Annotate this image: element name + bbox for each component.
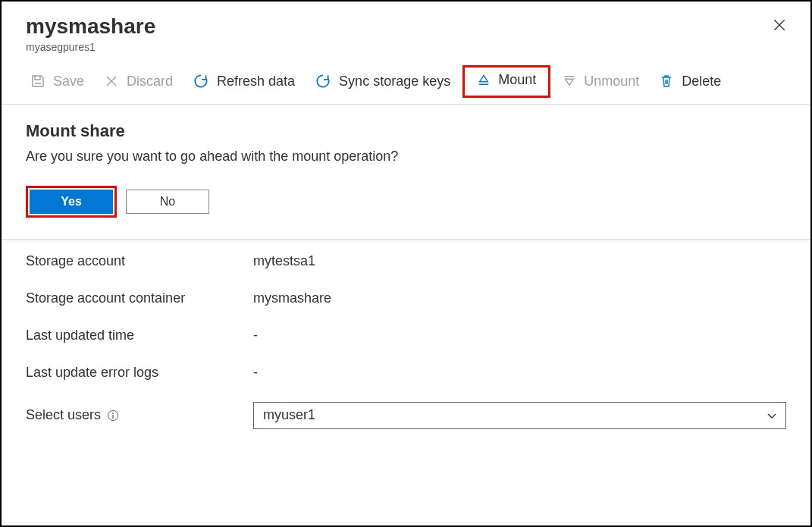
delete-icon [659,74,674,89]
page-subtitle: myasegpures1 [26,41,786,53]
unmount-icon [563,74,576,88]
select-users-value: myuser1 [263,407,315,423]
discard-button[interactable]: Discard [99,71,177,93]
value-last-updated: - [253,328,258,343]
save-label: Save [53,74,84,89]
refresh-icon [193,73,209,89]
panel-header: mysmashare myasegpures1 [2,2,810,56]
mount-label: Mount [498,72,536,88]
label-select-users: Select users [26,407,253,423]
no-button[interactable]: No [126,190,209,214]
label-last-updated: Last updated time [26,328,253,343]
svg-point-1 [112,413,114,414]
delete-button[interactable]: Delete [654,71,726,93]
row-storage-account: Storage account mytestsa1 [26,253,786,269]
yes-highlight: Yes [26,186,117,218]
save-button[interactable]: Save [26,71,89,93]
info-icon[interactable] [107,409,119,422]
discard-label: Discard [127,74,173,89]
sync-button[interactable]: Sync storage keys [310,70,455,93]
chevron-down-icon [766,409,778,422]
value-storage-account: mytestsa1 [253,253,315,269]
label-error-logs: Last update error logs [26,365,253,381]
label-container: Storage account container [26,290,253,306]
mount-icon [477,73,491,86]
command-bar: Save Discard Refresh data Sync storage k… [2,56,810,105]
value-container: mysmashare [253,290,331,306]
yes-button[interactable]: Yes [30,190,113,214]
page-title: mysmashare [26,14,786,39]
row-last-updated: Last updated time - [26,328,786,343]
sync-icon [315,73,331,89]
delete-label: Delete [682,74,721,89]
select-users-dropdown[interactable]: myuser1 [253,402,786,429]
sync-label: Sync storage keys [339,74,450,89]
unmount-button[interactable]: Unmount [558,71,644,93]
page-root: mysmashare myasegpures1 Save Discard Ref… [0,0,812,527]
close-button[interactable] [773,18,786,32]
mount-highlight: Mount [462,65,550,98]
unmount-label: Unmount [584,74,639,89]
refresh-button[interactable]: Refresh data [188,70,299,93]
row-select-users: Select users myuser1 [26,402,786,429]
label-select-users-text: Select users [26,407,101,423]
discard-icon [104,74,119,89]
svg-rect-2 [112,415,113,419]
row-error-logs: Last update error logs - [26,365,786,381]
mount-confirm-panel: Mount share Are you sure you want to go … [2,105,810,240]
confirm-heading: Mount share [26,121,786,141]
row-container: Storage account container mysmashare [26,290,786,306]
confirm-question: Are you sure you want to go ahead with t… [26,149,786,165]
share-details: Storage account mytestsa1 Storage accoun… [2,240,810,429]
save-icon [30,74,45,89]
confirm-button-row: Yes No [26,186,786,218]
close-icon [773,18,786,32]
refresh-label: Refresh data [217,74,295,89]
label-storage-account: Storage account [26,253,253,269]
value-error-logs: - [253,365,258,381]
mount-button[interactable]: Mount [472,69,541,91]
